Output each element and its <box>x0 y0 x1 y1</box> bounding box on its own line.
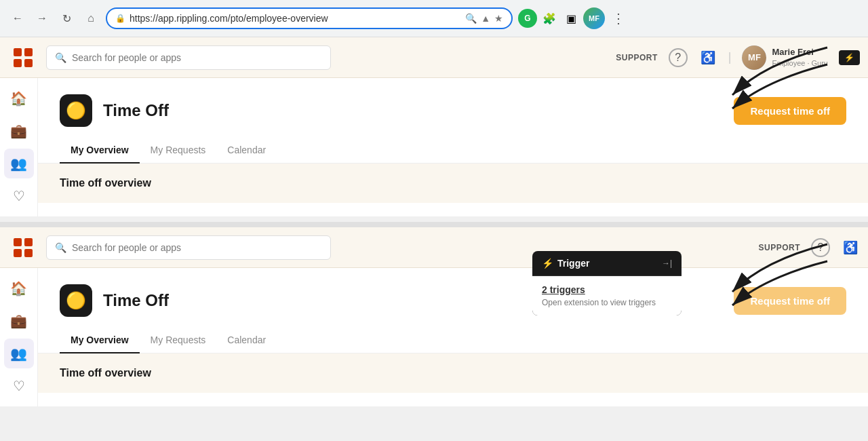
overview-title-1: Time off overview <box>60 177 846 189</box>
sidebar-people-1[interactable]: 👥 <box>4 149 34 178</box>
tab-calendar-2[interactable]: Calendar <box>216 328 277 353</box>
trigger-popup-close-button[interactable]: →| <box>662 258 672 268</box>
help-button-1[interactable]: ? <box>669 48 688 67</box>
url-input[interactable] <box>130 13 461 24</box>
sidebar-heart-1[interactable]: ♡ <box>4 181 34 211</box>
svg-rect-1 <box>24 48 33 56</box>
forward-button[interactable]: → <box>33 9 52 28</box>
main-content-2: 🟡 Time Off Request time off My Overview … <box>38 268 868 406</box>
page-title-group-2: 🟡 Time Off <box>60 284 169 317</box>
profile-avatar[interactable]: MF <box>583 7 605 29</box>
search-input-1[interactable] <box>72 52 322 63</box>
lightning-icon-1: ⚡ <box>844 53 854 62</box>
home-button[interactable]: ⌂ <box>81 9 100 28</box>
heart-icon-1: ♡ <box>13 188 25 204</box>
sidebar-heart-2[interactable]: ♡ <box>4 371 34 401</box>
user-info-1[interactable]: MF Marie Frei Employee · Guru <box>742 45 828 70</box>
trigger-popup-body: 2 triggers Open extension to view trigge… <box>532 276 682 315</box>
help-button-2[interactable]: ? <box>811 238 830 257</box>
rippling-logo[interactable] <box>11 45 35 70</box>
trigger-desc: Open extension to view triggers <box>542 298 672 307</box>
search-bar-2[interactable]: 🔍 <box>46 235 331 260</box>
first-app-section: 🔍 SUPPORT ? ♿ | MF Marie Frei Employee ·… <box>0 37 868 216</box>
svg-rect-4 <box>14 238 22 246</box>
trigger-count[interactable]: 2 triggers <box>542 284 672 295</box>
top-navbar-1: 🔍 SUPPORT ? ♿ | MF Marie Frei Employee ·… <box>0 37 868 78</box>
address-bar: 🔒 🔍 ▲ ★ <box>106 7 513 29</box>
svg-rect-5 <box>24 238 33 246</box>
tab-my-requests-1[interactable]: My Requests <box>140 138 217 164</box>
tabs-1: My Overview My Requests Calendar <box>38 138 868 164</box>
support-label-1: SUPPORT <box>616 53 658 62</box>
tab-calendar-1[interactable]: Calendar <box>216 138 277 164</box>
trigger-popup-header: ⚡ Trigger →| <box>532 251 682 276</box>
trigger-popup-title: ⚡ Trigger <box>542 258 589 269</box>
share-icon: ▲ <box>481 13 490 24</box>
people-icon-1: 👥 <box>10 155 27 172</box>
lock-icon: 🔒 <box>115 14 125 23</box>
section-divider <box>0 222 868 227</box>
back-button[interactable]: ← <box>8 9 27 28</box>
timeoff-app-icon-1: 🟡 <box>60 94 92 127</box>
request-time-off-button-2[interactable]: Request time off <box>734 287 846 315</box>
search-icon-1: 🔍 <box>55 52 66 63</box>
timeoff-icon-emoji-1: 🟡 <box>66 101 86 120</box>
tab-my-requests-2[interactable]: My Requests <box>140 328 217 353</box>
svg-rect-6 <box>14 249 22 257</box>
sidebar-briefcase-1[interactable]: 💼 <box>4 116 34 146</box>
support-label-2: SUPPORT <box>758 243 800 252</box>
close-right-icon: →| <box>662 258 672 268</box>
briefcase-icon-2: 💼 <box>10 313 27 329</box>
user-name-1: Marie Frei <box>772 47 828 58</box>
sidebar-extension[interactable]: ▣ <box>561 9 580 28</box>
app-body-1: 🏠 💼 👥 ♡ 🟡 Time Off Request time off <box>0 78 868 216</box>
search-bar-1[interactable]: 🔍 <box>46 45 331 70</box>
rippling-logo-2[interactable] <box>11 235 35 260</box>
request-time-off-button-1[interactable]: Request time off <box>734 97 846 125</box>
second-app-section: 🔍 SUPPORT ? ♿ 🏠 💼 👥 ♡ <box>0 227 868 406</box>
home-icon-2: 🏠 <box>10 280 27 296</box>
sidebar-briefcase-2[interactable]: 💼 <box>4 306 34 336</box>
search-input-2[interactable] <box>72 242 322 253</box>
refresh-button[interactable]: ↻ <box>57 9 76 28</box>
page-header-2: 🟡 Time Off Request time off <box>38 268 868 328</box>
briefcase-icon-1: 💼 <box>10 123 27 139</box>
timeoff-icon-emoji-2: 🟡 <box>66 291 86 310</box>
star-icon: ★ <box>494 13 503 24</box>
people-icon-2: 👥 <box>10 345 27 362</box>
trigger-lightning-icon: ⚡ <box>542 258 553 269</box>
tab-my-overview-1[interactable]: My Overview <box>60 138 140 164</box>
menu-button[interactable]: ⋮ <box>608 7 629 29</box>
sidebar-1: 🏠 💼 👥 ♡ <box>0 78 38 216</box>
guru-button-1[interactable]: ⚡ <box>839 50 860 65</box>
accessibility-button-1[interactable]: ♿ <box>698 48 717 67</box>
accessibility-button-2[interactable]: ♿ <box>841 238 860 257</box>
sidebar-people-2[interactable]: 👥 <box>4 339 34 368</box>
navbar-right-2: SUPPORT ? ♿ <box>758 238 868 257</box>
page-title-group-1: 🟡 Time Off <box>60 94 169 127</box>
overview-title-2: Time off overview <box>60 367 846 379</box>
puzzle-extension[interactable]: 🧩 <box>540 9 559 28</box>
grammarly-extension[interactable]: G <box>518 9 537 28</box>
home-icon-1: 🏠 <box>10 90 27 107</box>
search-icon: 🔍 <box>465 13 477 24</box>
sidebar-home-1[interactable]: 🏠 <box>4 83 34 113</box>
overview-section-2: Time off overview <box>38 353 868 393</box>
svg-rect-2 <box>14 59 22 67</box>
main-content-1: 🟡 Time Off Request time off My Overview … <box>38 78 868 216</box>
user-avatar-1: MF <box>742 45 766 70</box>
search-icon-2: 🔍 <box>55 242 66 253</box>
page-header-1: 🟡 Time Off Request time off <box>38 78 868 138</box>
svg-rect-0 <box>14 48 22 56</box>
tab-my-overview-2[interactable]: My Overview <box>60 328 140 353</box>
divider-1: | <box>728 50 732 64</box>
user-role-1: Employee · Guru <box>772 58 828 68</box>
browser-chrome: ← → ↻ ⌂ 🔒 🔍 ▲ ★ G 🧩 ▣ MF ⋮ <box>0 0 868 37</box>
sidebar-home-2[interactable]: 🏠 <box>4 273 34 303</box>
user-details-1: Marie Frei Employee · Guru <box>772 47 828 68</box>
app-body-2: 🏠 💼 👥 ♡ 🟡 Time Off Request time off <box>0 268 868 406</box>
top-navbar-2: 🔍 SUPPORT ? ♿ <box>0 227 868 268</box>
sidebar-2: 🏠 💼 👥 ♡ <box>0 268 38 406</box>
overview-section-1: Time off overview <box>38 164 868 203</box>
navbar-right-1: SUPPORT ? ♿ | MF Marie Frei Employee · G… <box>616 45 868 70</box>
